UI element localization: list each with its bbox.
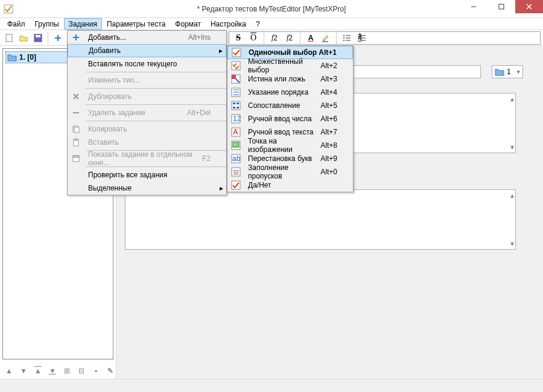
menu-item[interactable]: Добавить...Alt+Ins: [68, 31, 226, 44]
menu-item-label: Заполнение пропусков: [244, 163, 320, 180]
collapse-icon[interactable]: ⊟: [76, 365, 87, 376]
svg-point-15: [343, 40, 345, 41]
tasks-menu: Добавить...Alt+InsДобавить▸Вставлять пос…: [67, 30, 227, 195]
highlight-button[interactable]: [319, 31, 332, 45]
menu-item[interactable]: 123Ручной ввод числаAlt+6: [227, 112, 353, 125]
menu-item-label: Вставлять после текущего: [84, 60, 211, 68]
menu-groups[interactable]: Группы: [30, 18, 64, 30]
strike-button[interactable]: S: [232, 31, 245, 45]
maximize-button[interactable]: [487, 0, 515, 13]
svg-text:ab: ab: [232, 154, 241, 163]
scroll-up-icon[interactable]: ▴: [510, 95, 514, 103]
menu-item[interactable]: Вставить: [68, 136, 226, 149]
menu-item-label: Дублировать: [84, 92, 211, 101]
menu-help[interactable]: ?: [251, 18, 265, 30]
pencil-icon[interactable]: ✎: [105, 365, 116, 376]
menu-item-label: Ручной ввод текста: [244, 128, 320, 136]
menu-tasks[interactable]: Задания: [64, 18, 102, 30]
new-button[interactable]: [2, 31, 16, 45]
overline-button[interactable]: O: [247, 31, 260, 45]
menu-item[interactable]: Дублировать: [68, 90, 226, 103]
scroll-up-icon[interactable]: ▴: [510, 191, 514, 200]
move-bottom-icon[interactable]: ▼: [47, 365, 58, 376]
menu-item-label: Указание порядка: [244, 88, 320, 96]
move-down-icon[interactable]: ▼: [18, 365, 29, 376]
superscript-button[interactable]: f2: [283, 31, 296, 45]
submenu-arrow-icon: ▸: [217, 184, 226, 192]
menu-item[interactable]: Заполнение пропусковAlt+0: [227, 165, 353, 179]
sidebar-tools: ▲ ▼ ▲ ▼ ⊞ ⊟ ▪ ✎: [4, 365, 116, 376]
app-icon: [4, 4, 13, 14]
subscript-button[interactable]: f2: [268, 31, 281, 45]
titlebar: * Редактор тестов MyTestEditor [MyTestXP…: [0, 0, 543, 18]
open-button[interactable]: [17, 31, 30, 45]
menubar: Файл Группы Задания Параметры теста Форм…: [0, 18, 543, 30]
menu-item[interactable]: Множественный выборAlt+2: [227, 59, 353, 72]
svg-rect-29: [74, 127, 79, 133]
menu-item-label: Сопоставление: [244, 101, 320, 110]
svg-rect-5: [6, 34, 12, 42]
svg-rect-33: [73, 156, 79, 157]
menu-item-shortcut: F2: [202, 154, 217, 163]
submenu-arrow-icon: ▸: [216, 46, 226, 55]
svg-point-53: [234, 144, 236, 145]
win-icon: [71, 154, 81, 163]
q4-icon: [231, 87, 241, 97]
scroll-down-icon[interactable]: ▾: [510, 143, 514, 151]
move-top-icon[interactable]: ▲: [33, 365, 43, 376]
bullet-list-button[interactable]: [340, 31, 354, 45]
svg-rect-37: [232, 75, 236, 79]
svg-rect-10: [322, 41, 328, 42]
svg-rect-56: [232, 168, 240, 176]
reference-textarea[interactable]: ▴ ▾: [125, 189, 516, 250]
menu-item-shortcut: Alt+Del: [187, 109, 217, 117]
menu-item-label: Одиночный выбор: [245, 48, 319, 57]
folder-icon: [7, 52, 17, 62]
menu-item[interactable]: Изменить тип...: [68, 74, 226, 87]
menu-item-shortcut: Alt+3: [320, 75, 343, 83]
menu-item[interactable]: Проверить все задания: [68, 168, 226, 182]
q8-icon: [231, 141, 241, 150]
menu-item[interactable]: Точка на изображенииAlt+8: [227, 139, 353, 152]
number-list-button[interactable]: 123: [355, 31, 369, 45]
menu-file[interactable]: Файл: [2, 18, 30, 30]
menu-item-label: Проверить все задания: [84, 171, 211, 179]
svg-text:123: 123: [233, 115, 241, 123]
close-button[interactable]: [515, 0, 543, 13]
menu-item[interactable]: Добавить▸: [68, 44, 226, 57]
expand-icon[interactable]: ⊞: [62, 365, 72, 376]
menu-item[interactable]: Выделенные▸: [68, 182, 226, 195]
q2-icon: [231, 61, 241, 71]
group-selector-value: 1: [507, 68, 511, 76]
q9-icon: ab: [231, 154, 241, 163]
q6-icon: 123: [231, 114, 241, 124]
menu-item-label: Копировать: [84, 125, 211, 133]
add-submenu: Одиночный выборAlt+1Множественный выборA…: [227, 45, 354, 192]
menu-item[interactable]: СопоставлениеAlt+5: [227, 99, 353, 112]
menu-test-params[interactable]: Параметры теста: [102, 18, 170, 30]
save-button[interactable]: [31, 31, 45, 45]
menu-item[interactable]: Да/Нет: [227, 179, 353, 192]
move-up-icon[interactable]: ▲: [4, 365, 14, 376]
scroll-down-icon[interactable]: ▾: [510, 239, 514, 248]
add-button[interactable]: [51, 31, 65, 45]
menu-item[interactable]: Указание порядкаAlt+4: [227, 86, 353, 99]
dot-icon[interactable]: ▪: [91, 365, 101, 376]
menu-item[interactable]: Вставлять после текущего: [68, 57, 226, 71]
menu-settings[interactable]: Настройка: [206, 18, 251, 30]
menu-item-label: Изменить тип...: [84, 76, 211, 84]
tree-item-label: 1. [0]: [19, 53, 36, 62]
menu-format[interactable]: Формат: [170, 18, 206, 30]
group-selector[interactable]: 1 ▾: [492, 65, 523, 78]
menu-item[interactable]: Копировать: [68, 122, 226, 136]
menu-item-label: Ручной ввод числа: [244, 115, 320, 123]
menu-item[interactable]: Удалить заданиеAlt+Del: [68, 106, 226, 119]
menu-item-label: Показать задание в отдельном окне...: [84, 150, 202, 167]
menu-item[interactable]: Показать задание в отдельном окне...F2: [68, 152, 226, 165]
q10-icon: [231, 180, 241, 190]
menu-item[interactable]: Истина или ложьAlt+3: [227, 72, 353, 86]
minimize-button[interactable]: [460, 0, 487, 13]
svg-point-13: [343, 37, 345, 39]
svg-rect-52: [233, 142, 239, 147]
font-color-button[interactable]: A: [304, 31, 317, 45]
